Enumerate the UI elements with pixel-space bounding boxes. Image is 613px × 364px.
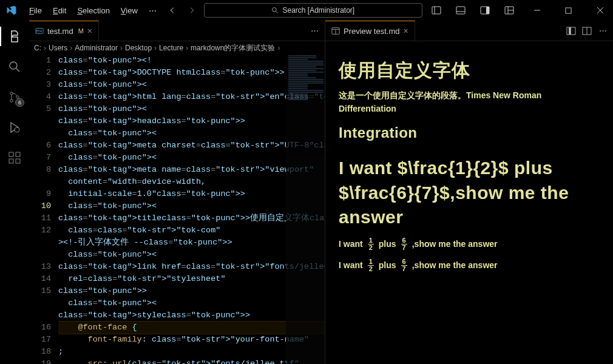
preview-math-line: I want 12 plus 67 ,show me the answer: [339, 258, 600, 272]
menu-view[interactable]: View: [116, 4, 143, 18]
preview-icon: [331, 27, 340, 35]
svg-rect-2: [456, 7, 465, 14]
customize-layout-icon[interactable]: [499, 1, 520, 19]
layout-panel-bottom-icon[interactable]: [450, 1, 471, 19]
menu-more[interactable]: ⋯: [144, 4, 161, 18]
nav-back-icon[interactable]: [165, 3, 180, 18]
search-placeholder: Search [Administrator]: [282, 6, 354, 15]
tab-preview-test-md[interactable]: Preview test.md ×: [325, 21, 415, 41]
crumb[interactable]: Lecture: [159, 44, 183, 52]
titlebar: File Edit Selection View ⋯ Search [Admin…: [0, 0, 613, 21]
preview-h1: 使用自定义字体: [339, 58, 600, 83]
menubar: File Edit Selection View ⋯: [24, 4, 161, 18]
titlebar-right: [426, 1, 613, 19]
tab-actions-right: ⋯: [561, 21, 613, 41]
svg-point-8: [10, 92, 13, 95]
menu-selection[interactable]: Selection: [72, 4, 114, 18]
preview-h1-formula: I want $\frac{1}{2}$ plus $\frac{6}{7}$,…: [339, 156, 600, 230]
window-maximize-icon[interactable]: [555, 1, 583, 19]
svg-rect-14: [16, 159, 20, 163]
line-number-gutter: 12345678910111213141516171819: [29, 55, 58, 364]
tab-bar-left: test.md M × ⋯: [29, 21, 325, 41]
crumb[interactable]: markdown的字体测试实验: [191, 43, 275, 53]
editor-pane-code: test.md M × ⋯ C:› Users› Administrator› …: [29, 21, 325, 364]
svg-rect-15: [16, 152, 20, 157]
vscode-logo-icon: [6, 5, 17, 16]
crumb[interactable]: Desktop: [125, 44, 152, 52]
fraction: 67: [401, 258, 407, 272]
tab-bar-right: Preview test.md × ⋯: [325, 21, 613, 41]
tab-actions-left: ⋯: [304, 21, 325, 41]
markdown-preview: 使用自定义字体 这是一个使用自定义字体的段落。Times New Roman D…: [325, 41, 613, 364]
tab-test-md[interactable]: test.md M ×: [29, 21, 99, 41]
activity-explorer-icon[interactable]: [0, 24, 29, 49]
editor-group: test.md M × ⋯ C:› Users› Administrator› …: [29, 21, 613, 364]
tab-close-icon[interactable]: ×: [87, 26, 92, 36]
tab-label: test.md: [47, 27, 73, 36]
fraction: 12: [368, 237, 374, 251]
code-editor[interactable]: 12345678910111213141516171819 class="tok…: [29, 55, 325, 364]
window-minimize-icon[interactable]: [523, 1, 551, 19]
markdown-file-icon: [35, 27, 44, 35]
crumb[interactable]: Users: [49, 44, 67, 52]
more-actions-icon[interactable]: ⋯: [308, 24, 321, 38]
layout-panel-left-icon[interactable]: [426, 1, 447, 19]
editor-pane-preview: Preview test.md × ⋯ 使用自定义字体 这是一个: [325, 21, 613, 364]
activity-search-icon[interactable]: [0, 55, 29, 79]
svg-rect-19: [569, 27, 571, 35]
svg-point-9: [10, 99, 13, 102]
svg-point-0: [273, 8, 277, 12]
activity-scm-icon[interactable]: 6: [0, 85, 29, 109]
command-center-search[interactable]: Search [Administrator]: [204, 3, 422, 18]
tab-modified-indicator: M: [77, 27, 84, 35]
main-area: 6 test.md M × ⋯: [0, 21, 613, 364]
crumb[interactable]: Administrator: [75, 44, 118, 52]
more-actions-icon[interactable]: ⋯: [596, 24, 609, 38]
svg-rect-12: [9, 152, 13, 157]
title-center: Search [Administrator]: [165, 3, 422, 18]
preview-h2: Integration: [339, 124, 600, 141]
activity-debug-icon[interactable]: [0, 115, 29, 140]
crumb[interactable]: C:: [34, 44, 41, 52]
preview-math-line: I want 12 plus 67 ,show me the answer: [339, 237, 600, 251]
code-content[interactable]: class="tok-punc"><!class="tok-tag">DOCTY…: [58, 55, 325, 364]
svg-point-11: [15, 127, 19, 132]
menu-file[interactable]: File: [24, 4, 47, 18]
svg-rect-6: [566, 7, 571, 13]
layout-panel-right-icon[interactable]: [475, 1, 495, 19]
tab-label: Preview test.md: [344, 27, 399, 36]
breadcrumb[interactable]: C:› Users› Administrator› Desktop› Lectu…: [29, 41, 325, 55]
preview-paragraph: 这是一个使用自定义字体的段落。Times New Roman Different…: [339, 90, 600, 113]
svg-rect-1: [432, 7, 441, 14]
svg-point-7: [10, 62, 17, 69]
scm-badge: 6: [15, 98, 24, 107]
activity-bar: 6: [0, 21, 29, 364]
menu-edit[interactable]: Edit: [48, 4, 71, 18]
fraction: 67: [401, 237, 407, 251]
window-close-icon[interactable]: [586, 1, 613, 19]
split-editor-icon[interactable]: [564, 24, 578, 38]
split-editor-right-icon[interactable]: [580, 24, 594, 38]
minimap[interactable]: [286, 55, 325, 364]
nav-forward-icon[interactable]: [185, 3, 199, 18]
fraction: 12: [368, 258, 374, 272]
tab-close-icon[interactable]: ×: [403, 26, 408, 36]
svg-rect-13: [9, 159, 13, 163]
activity-extensions-icon[interactable]: [0, 146, 29, 170]
svg-rect-4: [486, 7, 489, 14]
search-icon: [271, 7, 279, 14]
